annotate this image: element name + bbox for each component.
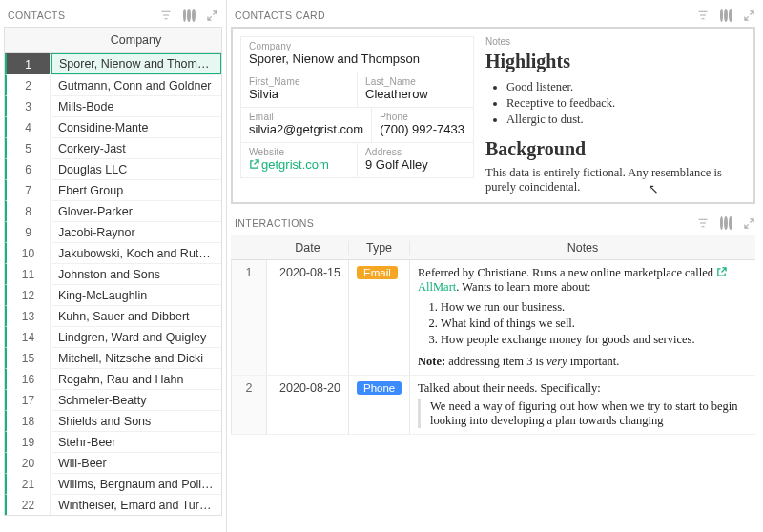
table-row[interactable]: 9Jacobi-Raynor [5, 221, 221, 242]
row-number: 12 [5, 284, 51, 305]
highlights-list: Good listener.Receptive to feedback.Alle… [485, 78, 746, 129]
table-row[interactable]: 11Johnston and Sons [5, 263, 221, 284]
interaction-type: Email [349, 260, 410, 375]
row-number: 13 [5, 305, 51, 326]
field-address[interactable]: Address 9 Golf Alley [357, 142, 474, 178]
company-cell: Will-Beer [51, 452, 221, 473]
table-row[interactable]: 6Douglas LLC [5, 158, 221, 179]
row-number: 8 [5, 200, 51, 221]
table-row[interactable]: 19Stehr-Beer [5, 431, 221, 452]
type-header[interactable]: Type [349, 241, 410, 255]
interaction-row[interactable]: 12020-08-15EmailReferred by Christiane. … [231, 260, 755, 376]
date-header[interactable]: Date [267, 241, 349, 255]
list-item: How we run our business. [441, 300, 748, 315]
interaction-type: Phone [349, 376, 410, 434]
table-row[interactable]: 8Glover-Parker [5, 200, 221, 221]
card-title: CONTACTS Card [235, 10, 696, 21]
expand-icon[interactable] [205, 9, 218, 22]
cursor-icon: ↖ [648, 181, 659, 196]
field-company[interactable]: Company Sporer, Nienow and Thompson [240, 36, 474, 72]
external-link-icon [249, 159, 259, 170]
row-number: 9 [5, 221, 51, 242]
card-header: CONTACTS Card [227, 4, 759, 27]
field-last-name[interactable]: Last_Name Cleatherow [357, 72, 474, 108]
table-row[interactable]: 10Jakubowski, Koch and Rut… [5, 242, 221, 263]
table-row[interactable]: 14Lindgren, Ward and Quigley [5, 326, 221, 347]
table-row[interactable]: 17Schmeler-Beatty [5, 389, 221, 410]
highlight-item: Allergic to dust. [506, 113, 746, 127]
row-number: 6 [5, 158, 51, 179]
filter-icon[interactable] [696, 216, 710, 230]
table-row[interactable]: 2Gutmann, Conn and Goldner [5, 74, 221, 95]
table-row[interactable]: 12King-McLaughlin [5, 284, 221, 305]
row-number: 22 [5, 494, 51, 515]
table-row[interactable]: 7Ebert Group [5, 179, 221, 200]
interaction-row[interactable]: 22020-08-20PhoneTalked about their needs… [231, 376, 755, 435]
row-number: 15 [5, 347, 51, 368]
row-number: 16 [5, 368, 51, 389]
table-row[interactable]: 21Willms, Bergnaum and Poll… [5, 473, 221, 494]
contacts-header: CONTACTS [4, 4, 222, 27]
highlight-item: Good listener. [506, 80, 746, 94]
menu-icon[interactable] [182, 9, 196, 22]
contacts-grid: Company 1Sporer, Nienow and Thom…2Gutman… [4, 27, 222, 516]
field-email[interactable]: Email silvia2@getgrist.com [240, 107, 372, 143]
row-number: 2 [5, 74, 51, 95]
company-cell: Lindgren, Ward and Quigley [51, 326, 221, 347]
interaction-notes: Referred by Christiane. Runs a new onlin… [410, 260, 755, 375]
company-cell: Schmeler-Beatty [51, 389, 221, 410]
row-number: 1 [5, 53, 51, 74]
contacts-grid-header: Company [5, 28, 221, 53]
interaction-notes: Talked about their needs. Specifically:W… [410, 376, 755, 434]
notes-label: Notes [485, 36, 746, 47]
contact-card: Company Sporer, Nienow and Thompson Firs… [231, 27, 755, 204]
table-row[interactable]: 4Considine-Mante [5, 116, 221, 137]
row-number: 20 [5, 452, 51, 473]
notes-panel[interactable]: Notes Highlights Good listener.Receptive… [485, 36, 746, 194]
filter-icon[interactable] [159, 9, 173, 22]
menu-icon[interactable] [719, 9, 732, 22]
row-number: 18 [5, 410, 51, 431]
table-row[interactable]: 16Rogahn, Rau and Hahn [5, 368, 221, 389]
row-number: 3 [5, 95, 51, 116]
company-header[interactable]: Company [51, 28, 221, 52]
field-website[interactable]: Website getgrist.com [240, 142, 358, 178]
table-row[interactable]: 1Sporer, Nienow and Thom… [5, 53, 221, 74]
row-number: 10 [5, 242, 51, 263]
company-cell: Mills-Bode [51, 95, 221, 116]
row-number: 11 [5, 263, 51, 284]
table-row[interactable]: 18Shields and Sons [5, 410, 221, 431]
notes-header[interactable]: Notes [410, 241, 755, 255]
company-cell: Johnston and Sons [51, 263, 221, 284]
company-cell: Willms, Bergnaum and Poll… [51, 473, 221, 494]
row-number: 21 [5, 473, 51, 494]
company-cell: King-McLaughlin [51, 284, 221, 305]
field-phone[interactable]: Phone (700) 992-7433 [371, 107, 474, 143]
table-row[interactable]: 5Corkery-Jast [5, 137, 221, 158]
table-row[interactable]: 3Mills-Bode [5, 95, 221, 116]
table-row[interactable]: 22Wintheiser, Emard and Tur… [5, 494, 221, 515]
row-index: 1 [231, 260, 267, 375]
field-first-name[interactable]: First_Name Silvia [240, 72, 358, 108]
highlights-heading: Highlights [485, 51, 746, 72]
expand-icon[interactable] [742, 216, 755, 230]
table-row[interactable]: 20Will-Beer [5, 452, 221, 473]
type-badge: Phone [357, 381, 402, 395]
contacts-pane: CONTACTS Company 1Sporer, Nienow and Tho… [0, 0, 227, 532]
table-row[interactable]: 15Mitchell, Nitzsche and Dicki [5, 347, 221, 368]
list-item: What kind of things we sell. [441, 317, 748, 331]
allmart-link[interactable]: AllMart [418, 280, 456, 294]
company-cell: Corkery-Jast [51, 137, 221, 158]
table-row[interactable]: 13Kuhn, Sauer and Dibbert [5, 305, 221, 326]
expand-icon[interactable] [742, 9, 755, 22]
company-cell: Jacobi-Raynor [51, 221, 221, 242]
company-cell: Gutmann, Conn and Goldner [51, 74, 221, 95]
company-cell: Jakubowski, Koch and Rut… [51, 242, 221, 263]
menu-icon[interactable] [719, 216, 732, 230]
right-pane: CONTACTS Card Company Sporer, Nienow and… [227, 0, 763, 532]
row-number: 7 [5, 179, 51, 200]
company-cell: Sporer, Nienow and Thom… [51, 53, 221, 74]
background-text: This data is entirely fictional. Any res… [485, 166, 746, 194]
filter-icon[interactable] [696, 9, 710, 22]
company-cell: Shields and Sons [51, 410, 221, 431]
